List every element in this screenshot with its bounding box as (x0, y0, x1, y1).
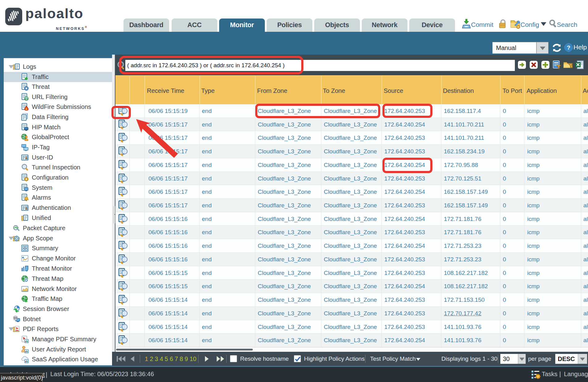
svg-text:?: ? (567, 44, 570, 51)
